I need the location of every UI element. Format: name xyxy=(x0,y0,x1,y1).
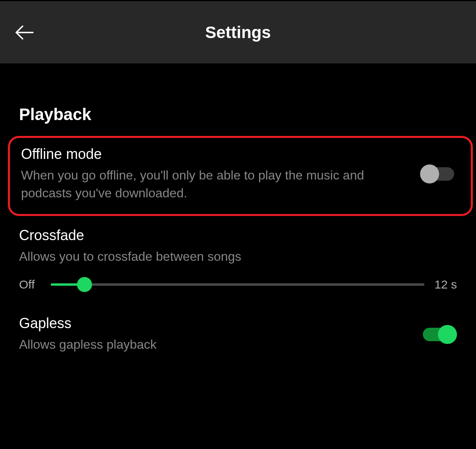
gapless-row: Gapless Allows gapless playback xyxy=(19,291,457,353)
offline-mode-text: Offline mode When you go offline, you'll… xyxy=(21,146,420,202)
section-title-playback: Playback xyxy=(19,105,457,124)
offline-mode-description: When you go offline, you'll only be able… xyxy=(21,166,408,202)
content-area: Playback Offline mode When you go offlin… xyxy=(0,105,476,353)
crossfade-slider-row: Off 12 s xyxy=(19,278,457,291)
offline-mode-toggle[interactable] xyxy=(420,164,460,184)
gapless-description: Allows gapless playback xyxy=(19,336,405,353)
toggle-thumb xyxy=(438,325,457,344)
page-title: Settings xyxy=(14,23,462,42)
gapless-title: Gapless xyxy=(19,315,405,332)
offline-mode-row: Offline mode When you go offline, you'll… xyxy=(8,136,473,216)
offline-mode-title: Offline mode xyxy=(21,146,408,162)
crossfade-row: Crossfade Allows you to crossfade betwee… xyxy=(19,219,457,292)
slider-label-off: Off xyxy=(19,278,41,291)
toggle-thumb xyxy=(420,164,439,183)
header-bar: Settings xyxy=(0,0,476,63)
slider-thumb xyxy=(77,277,92,292)
gapless-text: Gapless Allows gapless playback xyxy=(19,315,417,353)
back-arrow-icon[interactable] xyxy=(14,22,35,43)
crossfade-description: Allows you to crossfade between songs xyxy=(19,248,457,266)
slider-label-max: 12 s xyxy=(434,278,457,291)
gapless-toggle[interactable] xyxy=(417,324,457,345)
crossfade-title: Crossfade xyxy=(19,227,457,244)
crossfade-slider[interactable] xyxy=(51,283,424,286)
